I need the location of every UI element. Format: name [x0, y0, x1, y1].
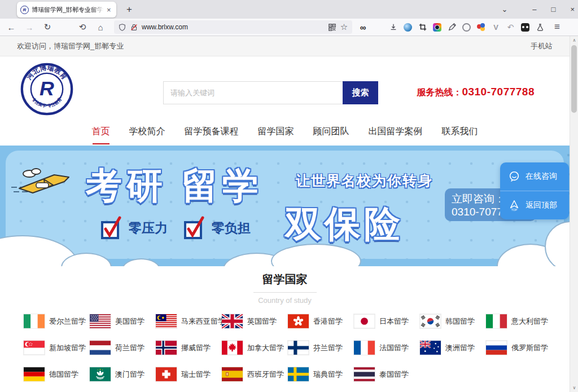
window-close-button[interactable]: ×	[570, 0, 575, 19]
country-item[interactable]: 西班牙留学	[222, 361, 288, 387]
site-header: 河北博瑞教育 ·专注留学·专注教育· R 搜索 服务热线：0310-707778…	[0, 56, 570, 121]
mobile-site-link[interactable]: 手机站	[531, 41, 553, 51]
vpn-extension-icon[interactable]	[462, 23, 471, 32]
nav-item-5[interactable]: 出国留学案例	[369, 121, 423, 146]
country-item[interactable]: 美国留学	[90, 308, 156, 334]
country-label: 俄罗斯留学	[511, 343, 548, 353]
th-flag-icon	[354, 367, 375, 381]
country-item[interactable]: 新加坡留学	[24, 334, 90, 361]
country-item[interactable]: 泰国留学	[354, 361, 420, 387]
home-button[interactable]: ⌂	[94, 23, 107, 32]
country-item[interactable]: 挪威留学	[156, 334, 222, 361]
country-label: 瑞典留学	[313, 369, 343, 380]
v-extension-icon[interactable]: V	[492, 23, 500, 32]
reader-infinity-icon[interactable]: ∞	[358, 23, 368, 32]
country-item[interactable]: 俄罗斯留学	[486, 334, 552, 361]
forward-button[interactable]: →	[23, 23, 36, 32]
menu-icon[interactable]: ≡	[550, 21, 564, 33]
nav-item-1[interactable]: 学校简介	[129, 121, 165, 146]
country-item[interactable]: 意大利留学	[486, 308, 552, 334]
country-label: 新加坡留学	[49, 343, 86, 353]
search-button[interactable]: 搜索	[343, 81, 378, 104]
country-item[interactable]: 瑞典留学	[288, 361, 354, 387]
tab-close-icon[interactable]: ×	[107, 6, 111, 14]
crop-icon[interactable]	[418, 23, 427, 32]
country-item[interactable]: 马来西亚留学	[156, 308, 222, 334]
country-item[interactable]: 澳门留学	[90, 361, 156, 387]
site-logo[interactable]: 河北博瑞教育 ·专注留学·专注教育· R	[20, 63, 73, 116]
nav-item-4[interactable]: 顾问团队	[313, 121, 349, 146]
scrollbar-thumb[interactable]	[571, 45, 577, 113]
section-header: 留学国家 Country of study	[0, 272, 570, 305]
country-label: 日本留学	[379, 316, 409, 327]
site-favicon-icon: R	[20, 6, 29, 14]
online-consult-button[interactable]: 在线咨询	[500, 162, 569, 191]
minimize-button[interactable]: –	[532, 0, 536, 19]
dark-extension-icon[interactable]	[521, 23, 529, 32]
nav-item-3[interactable]: 留学国家	[258, 121, 294, 146]
url-text[interactable]: www.brlxw.com	[142, 23, 325, 31]
maximize-button[interactable]: □	[551, 0, 556, 19]
flask-extension-icon[interactable]	[536, 23, 544, 32]
sg-flag-icon	[24, 341, 45, 355]
scrollbar-down-icon[interactable]: ∨	[570, 385, 578, 390]
chat-bubble-icon	[508, 170, 520, 183]
online-consult-label: 在线咨询	[526, 171, 557, 182]
country-label: 澳洲留学	[445, 343, 475, 353]
countries-grid: 爱尔兰留学美国留学马来西亚留学英国留学香港留学日本留学韩国留学意大利留学新加坡留…	[24, 308, 552, 387]
tab-list-chevron-icon[interactable]: ⌄	[501, 0, 507, 19]
ch-flag-icon	[156, 367, 177, 381]
translate-extension-icon[interactable]	[404, 23, 412, 32]
country-item[interactable]: 韩国留学	[420, 308, 486, 334]
country-item[interactable]: 香港留学	[288, 308, 354, 334]
reload-button[interactable]: ↻	[41, 22, 54, 32]
banner-title-2: 双保险	[285, 200, 404, 249]
hk-flag-icon	[288, 314, 309, 328]
undo-extension-icon[interactable]: ↶	[506, 23, 515, 32]
country-item[interactable]: 芬兰留学	[288, 334, 354, 361]
eyedropper-icon[interactable]	[448, 23, 456, 32]
country-item[interactable]: 德国留学	[24, 361, 90, 387]
svg-text:TOP: TOP	[511, 208, 518, 211]
bookmark-star-icon[interactable]: ☆	[340, 22, 348, 32]
country-label: 英国留学	[247, 316, 277, 327]
shield-icon[interactable]	[118, 23, 126, 32]
country-item[interactable]: 日本留学	[354, 308, 420, 334]
download-icon[interactable]	[389, 23, 397, 32]
country-item[interactable]: 荷兰留学	[90, 334, 156, 361]
browser-tab[interactable]: R 博瑞留学网_邯郸专业留学机构中 ×	[17, 2, 116, 17]
section-subtitle: Country of study	[0, 296, 570, 305]
url-bar[interactable]: www.brlxw.com ☆	[114, 20, 352, 34]
country-item[interactable]: 澳洲留学	[420, 334, 486, 361]
back-button[interactable]: ←	[5, 23, 18, 32]
us-flag-icon	[90, 314, 111, 328]
back-to-top-button[interactable]: TOP 返回顶部	[500, 191, 569, 219]
colored-dots-extension-icon[interactable]	[477, 23, 485, 32]
nav-item-2[interactable]: 留学预备课程	[185, 121, 239, 146]
country-label: 爱尔兰留学	[49, 316, 86, 327]
logo-letter: R	[40, 77, 54, 100]
ca-flag-icon	[222, 341, 243, 355]
country-item[interactable]: 法国留学	[354, 334, 420, 361]
page-scrollbar[interactable]: ∧ ∨	[570, 36, 578, 392]
screenshot-extension-icon[interactable]	[433, 23, 441, 32]
country-label: 加拿大留学	[247, 343, 284, 353]
nav-item-6[interactable]: 联系我们	[442, 121, 478, 146]
country-item[interactable]: 加拿大留学	[222, 334, 288, 361]
ru-flag-icon	[486, 341, 507, 355]
country-item[interactable]: 爱尔兰留学	[24, 308, 90, 334]
new-tab-button[interactable]: +	[122, 2, 137, 17]
nav-item-0[interactable]: 首页	[92, 121, 110, 146]
hero-banner[interactable]: 考研 留学 让世界名校为你转身 双保险 零压力 零负担	[0, 146, 570, 266]
country-label: 荷兰留学	[115, 343, 144, 353]
country-item[interactable]: 瑞士留学	[156, 361, 222, 387]
main-nav: 首页学校简介留学预备课程留学国家顾问团队出国留学案例联系我们	[0, 121, 570, 146]
qr-code-icon[interactable]	[328, 23, 336, 32]
insecure-lock-icon[interactable]	[130, 23, 138, 32]
country-item[interactable]: 英国留学	[222, 308, 288, 334]
search-input[interactable]	[163, 81, 343, 104]
history-button[interactable]: ⟲	[76, 22, 89, 32]
au-flag-icon	[420, 341, 441, 355]
scrollbar-up-icon[interactable]: ∧	[570, 38, 578, 43]
browser-toolbar: ← → ↻ ⟲ ⌂ www.brlxw.com ☆ ∞	[0, 19, 578, 36]
